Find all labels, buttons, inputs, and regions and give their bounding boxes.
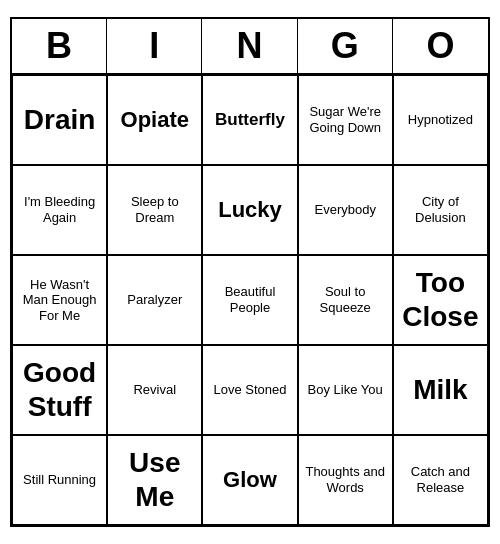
header-letter: B: [12, 19, 107, 73]
cell-r4-c1: Use Me: [107, 435, 202, 525]
header-letter: G: [298, 19, 393, 73]
cell-r3-c0: Good Stuff: [12, 345, 107, 435]
cell-r3-c4: Milk: [393, 345, 488, 435]
cell-r4-c0: Still Running: [12, 435, 107, 525]
cell-r2-c3: Soul to Squeeze: [298, 255, 393, 345]
cell-r0-c3: Sugar We're Going Down: [298, 75, 393, 165]
cell-r2-c0: He Wasn't Man Enough For Me: [12, 255, 107, 345]
cell-r1-c2: Lucky: [202, 165, 297, 255]
cell-r2-c2: Beautiful People: [202, 255, 297, 345]
bingo-card: BINGO DrainOpiateButterflySugar We're Go…: [10, 17, 490, 527]
cell-r1-c4: City of Delusion: [393, 165, 488, 255]
cell-r2-c4: Too Close: [393, 255, 488, 345]
cell-r4-c4: Catch and Release: [393, 435, 488, 525]
cell-r4-c3: Thoughts and Words: [298, 435, 393, 525]
cell-r1-c1: Sleep to Dream: [107, 165, 202, 255]
cell-r1-c3: Everybody: [298, 165, 393, 255]
cell-r3-c2: Love Stoned: [202, 345, 297, 435]
cell-r3-c3: Boy Like You: [298, 345, 393, 435]
cell-r2-c1: Paralyzer: [107, 255, 202, 345]
cell-r0-c1: Opiate: [107, 75, 202, 165]
cell-r0-c0: Drain: [12, 75, 107, 165]
header-letter: I: [107, 19, 202, 73]
bingo-header: BINGO: [12, 19, 488, 75]
cell-r0-c2: Butterfly: [202, 75, 297, 165]
bingo-grid: DrainOpiateButterflySugar We're Going Do…: [12, 75, 488, 525]
cell-r1-c0: I'm Bleeding Again: [12, 165, 107, 255]
cell-r0-c4: Hypnotized: [393, 75, 488, 165]
cell-r3-c1: Revival: [107, 345, 202, 435]
header-letter: N: [202, 19, 297, 73]
header-letter: O: [393, 19, 488, 73]
cell-r4-c2: Glow: [202, 435, 297, 525]
